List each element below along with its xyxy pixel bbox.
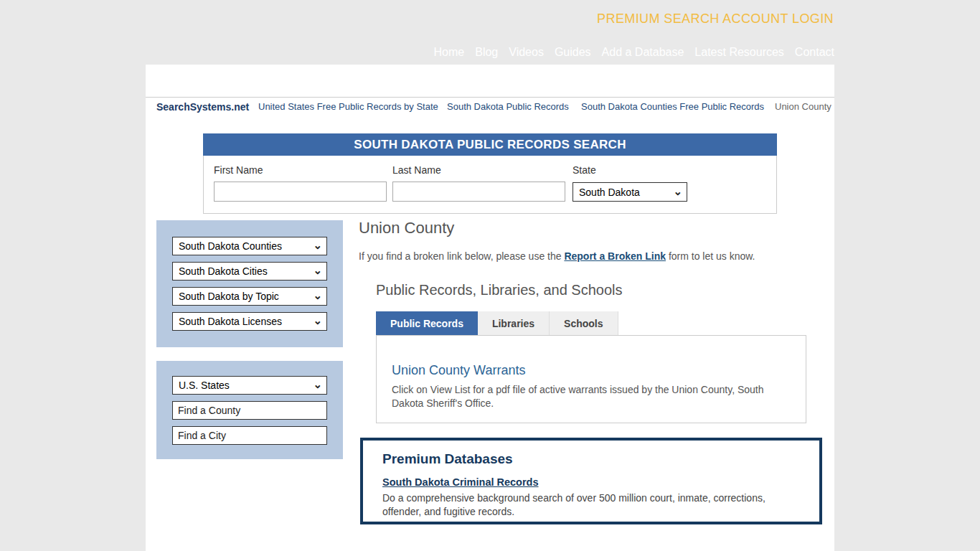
first-name-label: First Name	[214, 164, 263, 176]
state-select-value: South Dakota	[579, 187, 640, 198]
page: PREMIUM SEARCH ACCOUNT LOGIN Home Blog V…	[0, 0, 980, 551]
chevron-down-icon: ⌄	[313, 378, 322, 391]
state-select[interactable]: South Dakota ⌄	[573, 182, 687, 202]
chevron-down-icon: ⌄	[313, 239, 322, 252]
premium-account-login-link[interactable]: PREMIUM SEARCH ACCOUNT LOGIN	[597, 11, 834, 27]
find-county-input[interactable]	[172, 401, 327, 420]
public-records-panel: Union County Warrants Click on View List…	[376, 335, 806, 423]
sd-by-topic-select-value: South Dakota by Topic	[179, 291, 279, 302]
chevron-down-icon: ⌄	[313, 264, 322, 277]
section-title: Public Records, Libraries, and Schools	[376, 282, 623, 298]
content-container: SearchSystems.net United States Free Pub…	[146, 65, 834, 551]
chevron-down-icon: ⌄	[313, 289, 322, 302]
tab-schools[interactable]: Schools	[550, 311, 618, 336]
sidebar-sd-navigation: South Dakota Counties ⌄ South Dakota Cit…	[156, 220, 343, 347]
chevron-down-icon: ⌄	[313, 314, 322, 327]
sd-cities-select[interactable]: South Dakota Cities ⌄	[172, 262, 327, 281]
chevron-down-icon: ⌄	[673, 184, 682, 197]
sd-criminal-records-link[interactable]: South Dakota Criminal Records	[382, 476, 539, 488]
sd-cities-select-value: South Dakota Cities	[179, 265, 268, 277]
nav-guides[interactable]: Guides	[555, 46, 591, 59]
site-logo[interactable]: SearchSystems.net	[156, 101, 249, 113]
record-description: Click on View List for a pdf file of act…	[392, 383, 779, 410]
tab-public-records[interactable]: Public Records	[376, 311, 478, 336]
tab-bar: Public Records Libraries Schools	[376, 311, 618, 336]
breadcrumb-divider	[146, 97, 834, 98]
last-name-label: Last Name	[392, 164, 441, 176]
breadcrumb-link-sd-counties[interactable]: South Dakota Counties Free Public Record…	[581, 101, 764, 112]
nav-add-a-database[interactable]: Add a Database	[602, 46, 684, 59]
broken-link-notice: If you find a broken link below, please …	[359, 250, 755, 262]
sd-by-topic-select[interactable]: South Dakota by Topic ⌄	[172, 287, 327, 306]
breadcrumb-link-south-dakota[interactable]: South Dakota Public Records	[447, 101, 569, 112]
us-states-select[interactable]: U.S. States ⌄	[172, 376, 327, 395]
nav-latest-resources[interactable]: Latest Resources	[694, 46, 784, 59]
state-label: State	[573, 164, 596, 176]
sidebar-us-navigation: U.S. States ⌄	[156, 361, 343, 459]
nav-blog[interactable]: Blog	[475, 46, 498, 59]
last-name-input[interactable]	[392, 182, 565, 202]
breadcrumb-link-united-states[interactable]: United States Free Public Records by Sta…	[258, 101, 438, 112]
premium-databases-title: Premium Databases	[382, 451, 819, 467]
nav-videos[interactable]: Videos	[509, 46, 544, 59]
us-states-select-value: U.S. States	[179, 380, 230, 391]
sd-counties-select[interactable]: South Dakota Counties ⌄	[172, 237, 327, 255]
broken-link-suffix: form to let us know.	[666, 250, 755, 262]
top-nav: Home Blog Videos Guides Add a Database L…	[434, 46, 834, 59]
page-title: Union County	[359, 219, 454, 237]
public-records-search-form: SOUTH DAKOTA PUBLIC RECORDS SEARCH First…	[203, 133, 777, 214]
premium-databases-box: Premium Databases South Dakota Criminal …	[360, 438, 822, 524]
tab-libraries[interactable]: Libraries	[478, 311, 550, 336]
union-county-warrants-link[interactable]: Union County Warrants	[392, 363, 525, 378]
sd-counties-select-value: South Dakota Counties	[179, 240, 282, 252]
premium-description: Do a comprehensive background search of …	[382, 491, 784, 519]
breadcrumb-current: Union County	[775, 101, 831, 112]
find-city-input[interactable]	[172, 426, 327, 445]
search-form-body: First Name Last Name State South Dakota …	[203, 156, 777, 214]
report-broken-link[interactable]: Report a Broken Link	[564, 250, 666, 262]
sd-licenses-select[interactable]: South Dakota Licenses ⌄	[172, 312, 327, 331]
first-name-input[interactable]	[214, 182, 387, 202]
nav-home[interactable]: Home	[434, 46, 465, 59]
search-form-title: SOUTH DAKOTA PUBLIC RECORDS SEARCH	[203, 133, 777, 156]
nav-contact[interactable]: Contact	[795, 46, 834, 59]
broken-link-prefix: If you find a broken link below, please …	[359, 250, 564, 262]
sd-licenses-select-value: South Dakota Licenses	[179, 316, 282, 327]
